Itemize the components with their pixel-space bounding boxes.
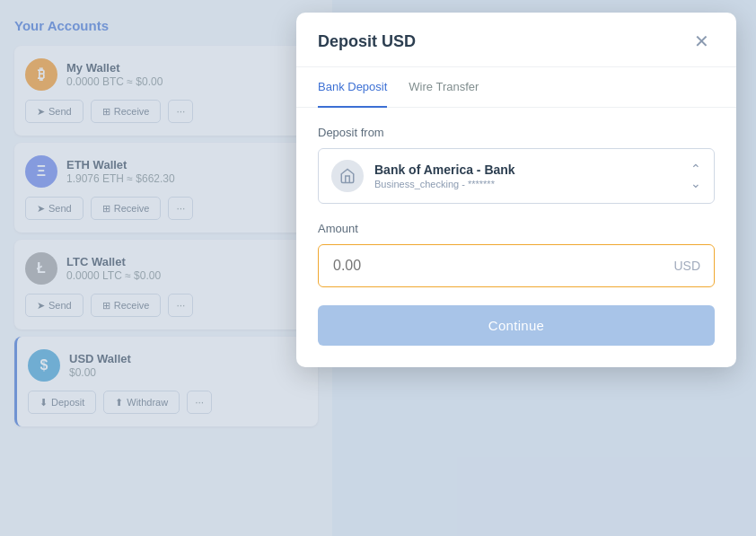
modal-header: Deposit USD ✕ bbox=[296, 13, 736, 67]
bank-icon bbox=[331, 160, 364, 192]
bank-selector[interactable]: Bank of America - Bank Business_checking… bbox=[318, 148, 715, 204]
bank-details: Bank of America - Bank Business_checking… bbox=[374, 163, 515, 189]
bank-account: Business_checking - ******* bbox=[374, 179, 515, 189]
amount-input[interactable] bbox=[318, 244, 715, 287]
amount-currency: USD bbox=[673, 259, 700, 273]
modal-tabs: Bank Deposit Wire Transfer bbox=[296, 67, 736, 108]
continue-button[interactable]: Continue bbox=[318, 305, 715, 346]
deposit-modal: Deposit USD ✕ Bank Deposit Wire Transfer… bbox=[296, 13, 736, 367]
tab-bank-deposit[interactable]: Bank Deposit bbox=[318, 67, 387, 108]
amount-field-wrap: USD bbox=[318, 244, 715, 287]
bank-name: Bank of America - Bank bbox=[374, 163, 515, 177]
modal-close-button[interactable]: ✕ bbox=[689, 31, 715, 52]
deposit-from-label: Deposit from bbox=[318, 126, 715, 139]
modal-body: Deposit from Bank of America - Bank Busi… bbox=[296, 108, 736, 367]
chevron-updown-icon: ⌃⌄ bbox=[690, 162, 701, 190]
modal-title: Deposit USD bbox=[318, 32, 416, 51]
tab-wire-transfer[interactable]: Wire Transfer bbox=[409, 67, 479, 108]
bank-left: Bank of America - Bank Business_checking… bbox=[331, 160, 515, 192]
amount-label: Amount bbox=[318, 222, 715, 235]
